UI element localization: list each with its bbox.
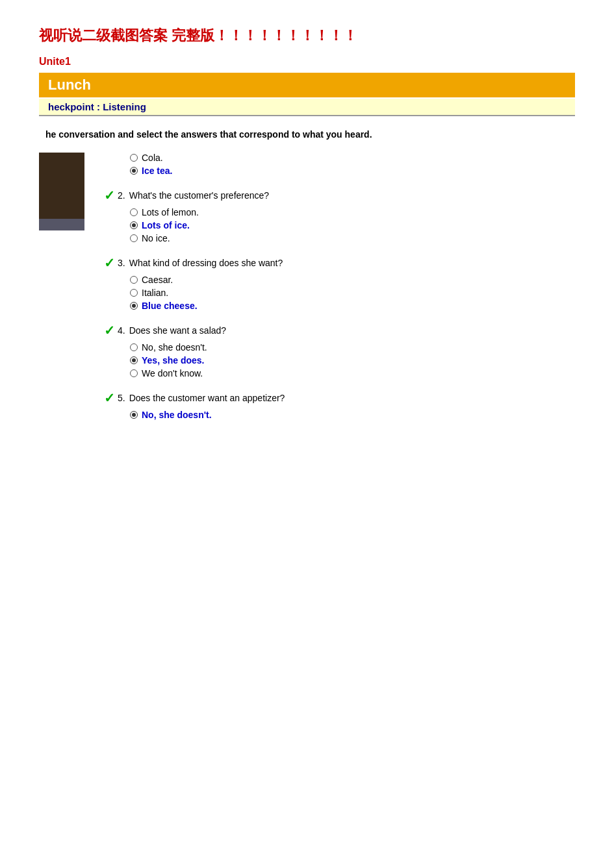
radio-inner-q1b bbox=[132, 169, 136, 173]
avatar-bar bbox=[39, 219, 84, 230]
option-label-q2c: No ice. bbox=[142, 233, 170, 243]
page-title: 视听说二级截图答案 完整版！！！！！！！！！！ bbox=[39, 26, 575, 45]
radio-q3c[interactable] bbox=[130, 302, 138, 310]
instruction: he conversation and select the answers t… bbox=[45, 129, 575, 140]
checkmark-4: ✓ bbox=[104, 323, 115, 338]
option-item-q5a[interactable]: No, she doesn't. bbox=[130, 410, 575, 420]
unit-label: Unite1 bbox=[39, 56, 575, 68]
avatar bbox=[39, 153, 84, 230]
question-number-5: 5. bbox=[118, 393, 125, 403]
option-item-q1a[interactable]: Cola. bbox=[130, 153, 575, 163]
question-line-2: ✓2.What's the customer's preference? bbox=[104, 188, 575, 203]
option-label-q1b: Ice tea. bbox=[142, 166, 172, 176]
radio-q3b[interactable] bbox=[130, 289, 138, 297]
radio-q5a[interactable] bbox=[130, 411, 138, 419]
question-number-2: 2. bbox=[118, 190, 125, 201]
radio-inner-q2b bbox=[132, 223, 136, 227]
option-label-q2b: Lots of ice. bbox=[142, 220, 190, 230]
option-item-q4c[interactable]: We don't know. bbox=[130, 368, 575, 378]
checkpoint-bar: heckpoint : Listening bbox=[39, 99, 575, 116]
question-number-3: 3. bbox=[118, 258, 125, 268]
option-item-q3b[interactable]: Italian. bbox=[130, 288, 575, 298]
question-block-5: ✓5.Does the customer want an appetizer?N… bbox=[104, 390, 575, 420]
option-label-q3c: Blue cheese. bbox=[142, 301, 198, 311]
option-label-q3b: Italian. bbox=[142, 288, 168, 298]
options-list-4: No, she doesn't.Yes, she does.We don't k… bbox=[130, 342, 575, 378]
option-item-q2c[interactable]: No ice. bbox=[130, 233, 575, 243]
options-list-1: Cola.Ice tea. bbox=[130, 153, 575, 176]
option-item-q2b[interactable]: Lots of ice. bbox=[130, 220, 575, 230]
radio-q3a[interactable] bbox=[130, 276, 138, 284]
options-list-5: No, she doesn't. bbox=[130, 410, 575, 420]
radio-q4b[interactable] bbox=[130, 356, 138, 364]
question-line-5: ✓5.Does the customer want an appetizer? bbox=[104, 390, 575, 406]
radio-q2a[interactable] bbox=[130, 208, 138, 216]
option-item-q2a[interactable]: Lots of lemon. bbox=[130, 207, 575, 217]
question-block-2: ✓2.What's the customer's preference?Lots… bbox=[104, 188, 575, 243]
checkmark-5: ✓ bbox=[104, 390, 115, 406]
radio-inner-q3c bbox=[132, 304, 136, 308]
option-item-q1b[interactable]: Ice tea. bbox=[130, 166, 575, 176]
radio-inner-q4b bbox=[132, 358, 136, 362]
option-item-q4a[interactable]: No, she doesn't. bbox=[130, 342, 575, 353]
radio-q1b[interactable] bbox=[130, 167, 138, 175]
checkmark-2: ✓ bbox=[104, 188, 115, 203]
question-text-3: What kind of dressing does she want? bbox=[129, 258, 283, 268]
options-list-3: Caesar.Italian.Blue cheese. bbox=[130, 275, 575, 311]
option-label-q4a: No, she doesn't. bbox=[142, 342, 207, 353]
question-text-5: Does the customer want an appetizer? bbox=[129, 393, 285, 403]
question-number-4: 4. bbox=[118, 325, 125, 336]
content-area: Cola.Ice tea.✓2.What's the customer's pr… bbox=[39, 153, 575, 432]
radio-q4c[interactable] bbox=[130, 369, 138, 377]
question-block-4: ✓4.Does she want a salad?No, she doesn't… bbox=[104, 323, 575, 378]
radio-q4a[interactable] bbox=[130, 343, 138, 351]
radio-q2b[interactable] bbox=[130, 221, 138, 229]
questions-area: Cola.Ice tea.✓2.What's the customer's pr… bbox=[104, 153, 575, 432]
option-label-q2a: Lots of lemon. bbox=[142, 207, 199, 217]
radio-q1a[interactable] bbox=[130, 154, 138, 162]
option-label-q3a: Caesar. bbox=[142, 275, 173, 285]
question-text-2: What's the customer's preference? bbox=[129, 190, 269, 201]
question-text-4: Does she want a salad? bbox=[129, 325, 226, 336]
option-label-q4c: We don't know. bbox=[142, 368, 203, 378]
option-item-q3c[interactable]: Blue cheese. bbox=[130, 301, 575, 311]
question-line-4: ✓4.Does she want a salad? bbox=[104, 323, 575, 338]
option-label-q5a: No, she doesn't. bbox=[142, 410, 212, 420]
option-item-q4b[interactable]: Yes, she does. bbox=[130, 355, 575, 366]
radio-q2c[interactable] bbox=[130, 234, 138, 242]
options-list-2: Lots of lemon.Lots of ice.No ice. bbox=[130, 207, 575, 243]
option-label-q4b: Yes, she does. bbox=[142, 355, 205, 366]
option-label-q1a: Cola. bbox=[142, 153, 163, 163]
avatar-face bbox=[39, 153, 84, 219]
question-line-3: ✓3.What kind of dressing does she want? bbox=[104, 255, 575, 271]
checkmark-3: ✓ bbox=[104, 255, 115, 271]
section-header: Lunch bbox=[39, 73, 575, 97]
question-block-3: ✓3.What kind of dressing does she want?C… bbox=[104, 255, 575, 311]
radio-inner-q5a bbox=[132, 413, 136, 417]
option-item-q3a[interactable]: Caesar. bbox=[130, 275, 575, 285]
question-block-1: Cola.Ice tea. bbox=[104, 153, 575, 176]
